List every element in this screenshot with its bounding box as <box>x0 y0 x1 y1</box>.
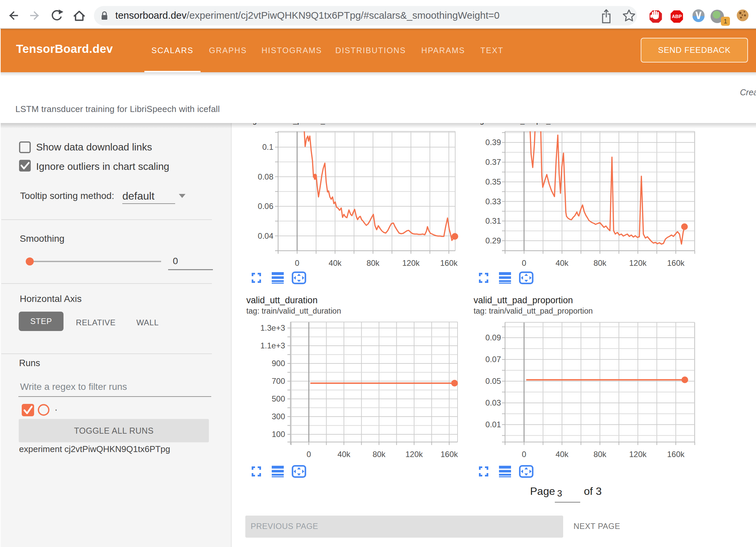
svg-text:0.04: 0.04 <box>258 231 273 240</box>
svg-text:0.37: 0.37 <box>485 157 501 167</box>
svg-text:80k: 80k <box>367 258 380 267</box>
svg-text:0: 0 <box>295 258 299 267</box>
svg-text:80k: 80k <box>594 258 607 267</box>
svg-text:valid_utt_pad_proportion: valid_utt_pad_proportion <box>474 295 573 305</box>
svg-text:300: 300 <box>272 412 285 421</box>
svg-text:0.35: 0.35 <box>485 177 501 186</box>
svg-text:0.33: 0.33 <box>485 197 501 206</box>
svg-text:100: 100 <box>272 430 285 439</box>
svg-text:0.09: 0.09 <box>485 333 501 342</box>
svg-text:40k: 40k <box>555 450 569 459</box>
svg-text:0.06: 0.06 <box>258 202 273 211</box>
svg-text:valid_utt_duration: valid_utt_duration <box>246 295 318 305</box>
svg-text:0.01: 0.01 <box>485 420 501 429</box>
svg-text:0.31: 0.31 <box>485 216 501 225</box>
svg-text:900: 900 <box>272 359 285 368</box>
svg-text:0: 0 <box>522 450 526 459</box>
svg-text:ABP: ABP <box>672 14 682 19</box>
svg-text:1.1e+3: 1.1e+3 <box>260 341 285 350</box>
svg-text:120k: 120k <box>629 258 647 267</box>
svg-text:40k: 40k <box>329 258 342 267</box>
svg-text:0: 0 <box>522 258 526 267</box>
svg-text:tag: train/valid_utt_pad_propo: tag: train/valid_utt_pad_proportion <box>474 307 593 315</box>
svg-text:160k: 160k <box>667 450 685 459</box>
svg-text:160k: 160k <box>440 450 458 459</box>
svg-text:0.05: 0.05 <box>485 376 501 386</box>
svg-text:tag: train/valid_utt_duration: tag: train/valid_utt_duration <box>246 307 341 315</box>
svg-text:120k: 120k <box>402 258 420 267</box>
svg-text:0.03: 0.03 <box>485 398 501 407</box>
svg-text:80k: 80k <box>594 450 607 459</box>
svg-text:0.29: 0.29 <box>485 236 501 245</box>
svg-text:700: 700 <box>272 376 285 386</box>
svg-text:40k: 40k <box>555 258 569 267</box>
svg-text:0.07: 0.07 <box>485 355 501 364</box>
svg-text:0.39: 0.39 <box>485 138 501 147</box>
svg-text:0.08: 0.08 <box>258 172 273 181</box>
svg-text:500: 500 <box>272 394 285 403</box>
svg-text:120k: 120k <box>405 450 423 459</box>
svg-text:160k: 160k <box>667 258 685 267</box>
svg-text:0.1: 0.1 <box>262 142 273 151</box>
svg-text:80k: 80k <box>373 450 386 459</box>
svg-text:1: 1 <box>724 18 727 25</box>
svg-text:120k: 120k <box>629 450 647 459</box>
svg-text:1.3e+3: 1.3e+3 <box>260 323 285 332</box>
svg-text:160k: 160k <box>440 258 458 267</box>
svg-text:0: 0 <box>306 450 311 459</box>
svg-text:40k: 40k <box>338 450 351 459</box>
